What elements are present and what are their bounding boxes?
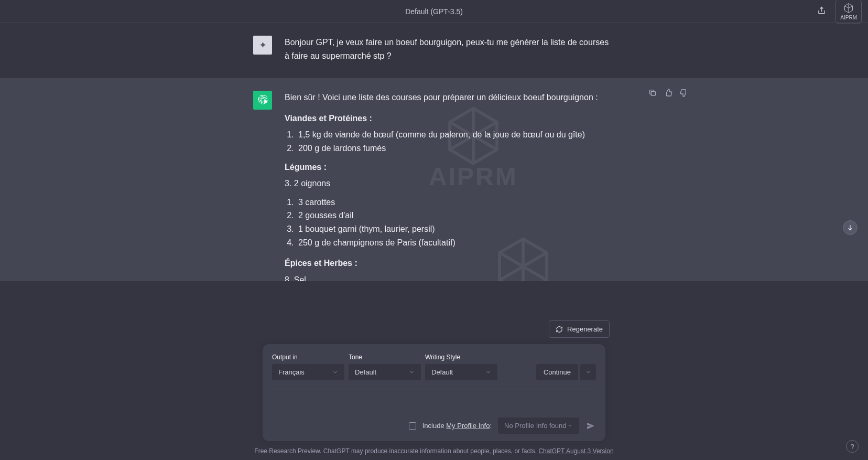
continue-button[interactable]: Continue — [536, 364, 578, 380]
thumbs-up-icon[interactable] — [664, 89, 672, 99]
prompt-input[interactable] — [272, 394, 596, 413]
thumbs-down-icon[interactable] — [680, 89, 688, 99]
assistant-avatar — [253, 91, 272, 110]
share-icon[interactable] — [817, 6, 826, 17]
user-message-text: Bonjour GPT, je veux faire un boeuf bour… — [285, 36, 615, 62]
user-avatar: ✦ — [253, 36, 272, 55]
chevron-down-icon — [567, 423, 573, 429]
list-line: 8. Sel — [285, 273, 615, 281]
regenerate-label: Regenerate — [567, 325, 603, 333]
composer: Regenerate Output in Français Tone Defau… — [0, 320, 868, 460]
chevron-down-icon — [585, 369, 591, 375]
chevron-down-icon — [332, 369, 338, 375]
chat-area: AIPRM ✦ Bonjour GPT, je veux faire un bo… — [0, 23, 868, 281]
assistant-message-content: Bien sûr ! Voici une liste des courses p… — [285, 91, 615, 281]
list-item: 200 g de lardons fumés — [296, 142, 615, 155]
user-message-row: ✦ Bonjour GPT, je veux faire un boeuf bo… — [0, 23, 868, 78]
output-in-select[interactable]: Français — [272, 364, 344, 380]
section-title-legumes: Légumes : — [285, 163, 327, 172]
aiprm-label: AIPRM — [840, 14, 857, 20]
footer-version-link[interactable]: ChatGPT August 3 Version — [538, 447, 613, 455]
output-in-value: Français — [278, 368, 305, 376]
model-title: Default (GPT-3.5) — [405, 7, 463, 16]
section-title-epices: Épices et Herbes : — [285, 259, 357, 268]
list-item: 2 gousses d'ail — [296, 209, 615, 222]
scroll-down-button[interactable] — [843, 220, 858, 235]
send-button[interactable] — [585, 421, 596, 431]
list-line: 3. 2 oignons — [285, 177, 615, 190]
input-box: Output in Français Tone Default Writing … — [263, 344, 605, 441]
tone-value: Default — [355, 368, 376, 376]
footer-disclaimer: Free Research Preview. ChatGPT may produ… — [254, 447, 613, 455]
chevron-down-icon — [485, 369, 491, 375]
profile-value: No Profile Info found — [504, 422, 567, 430]
tone-label: Tone — [349, 354, 421, 361]
list-item: 3 carottes — [296, 196, 615, 209]
list-item: 1,5 kg de viande de bœuf (comme du paler… — [296, 128, 615, 142]
include-profile-label: Include My Profile Info: — [422, 422, 492, 430]
divider — [272, 390, 596, 390]
assistant-message-row: Bien sûr ! Voici une liste des courses p… — [0, 78, 868, 281]
list-item: 250 g de champignons de Paris (facultati… — [296, 236, 615, 250]
writing-style-value: Default — [431, 368, 453, 376]
my-profile-info-link[interactable]: My Profile Info — [446, 422, 490, 430]
output-in-label: Output in — [272, 354, 344, 361]
aiprm-button[interactable]: AIPRM — [836, 0, 862, 24]
help-button[interactable]: ? — [846, 440, 859, 453]
include-profile-checkbox[interactable] — [409, 422, 416, 430]
profile-select[interactable]: No Profile Info found — [498, 418, 579, 434]
chevron-down-icon — [409, 369, 415, 375]
regenerate-button[interactable]: Regenerate — [549, 320, 610, 338]
continue-caret-button[interactable] — [580, 364, 596, 380]
svg-rect-0 — [651, 92, 655, 96]
list-item: 1 bouquet garni (thym, laurier, persil) — [296, 222, 615, 236]
section-title-viandes: Viandes et Protéines : — [285, 114, 372, 123]
writing-style-label: Writing Style — [425, 354, 497, 361]
tone-select[interactable]: Default — [349, 364, 421, 380]
writing-style-select[interactable]: Default — [425, 364, 497, 380]
header: Default (GPT-3.5) AIPRM — [0, 0, 868, 23]
assistant-intro: Bien sûr ! Voici une liste des courses p… — [285, 91, 615, 104]
continue-label: Continue — [544, 368, 571, 376]
copy-icon[interactable] — [648, 89, 657, 99]
